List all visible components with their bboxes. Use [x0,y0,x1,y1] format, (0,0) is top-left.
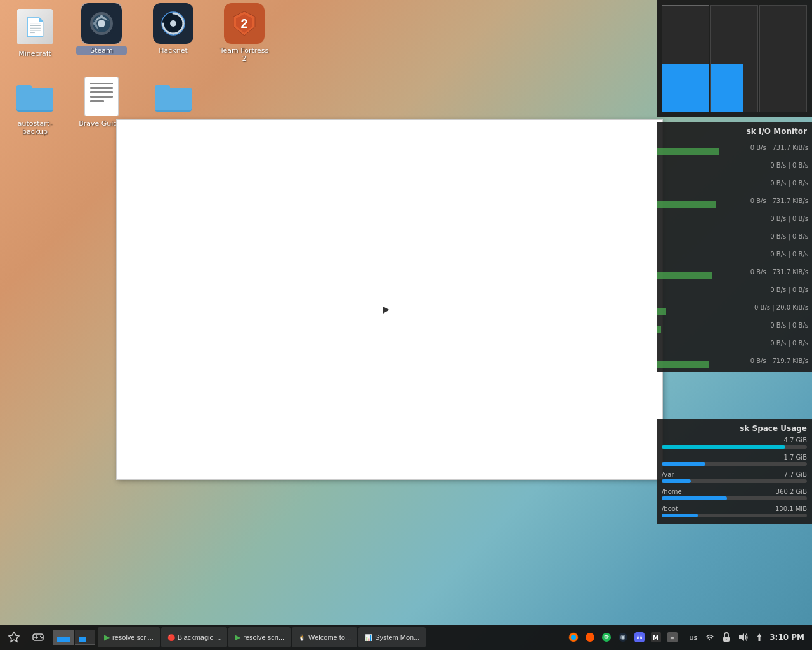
taskbar-window-blackmagic-label: Blackmagic ... [178,633,221,641]
io-value-10: 0 B/s | 20.0 KiB/s [754,304,808,311]
disk-io-monitor: sk I/O Monitor 0 B/s | 731.7 KiB/s 0 B/s… [657,122,812,372]
taskbar-window-resolve-1-label: resolve scri... [112,633,154,641]
io-value-5: 0 B/s | 0 B/s [770,215,808,222]
svg-point-19 [40,636,41,637]
io-row-12: 0 B/s | 0 B/s [657,334,812,352]
svg-rect-27 [634,632,645,642]
svg-point-26 [622,636,624,639]
svg-text:2: 2 [240,17,247,30]
taskbar-tray: M ≡ us [567,631,809,644]
workspace-1[interactable] [662,5,709,112]
tray-lang[interactable]: us [687,632,700,643]
tray-separator [683,631,683,644]
tray-discord-icon[interactable] [633,631,646,644]
io-value-8: 0 B/s | 731.7 KiB/s [750,269,808,275]
tray-spotify-icon[interactable] [600,631,613,644]
tray-mb-icon[interactable]: M [650,631,662,644]
desktop: 📄 Minecraft Steam [0,0,812,650]
io-value-11: 0 B/s | 0 B/s [770,322,808,329]
ws-taskbar-btn-2[interactable] [75,630,95,645]
space-mount-boot: /boot [662,505,678,512]
io-value-3: 0 B/s | 0 B/s [770,180,808,187]
tray-volume-icon[interactable] [737,631,749,644]
io-row-2: 0 B/s | 0 B/s [657,156,812,174]
svg-point-6 [170,20,176,27]
desktop-icon-tf2[interactable]: 2 Team Fortress 2 [219,3,270,63]
io-row-11: 0 B/s | 0 B/s [657,316,812,334]
io-value-9: 0 B/s | 0 B/s [770,286,808,293]
svg-text:M: M [653,635,658,641]
io-row-4: 0 B/s | 731.7 KiB/s [657,192,812,209]
svg-rect-14 [155,88,192,110]
io-row-3: 0 B/s | 0 B/s [657,174,812,192]
svg-point-20 [41,637,43,639]
workspace-2[interactable] [710,5,758,112]
svg-point-29 [640,637,642,639]
space-mount-home: /home [662,488,682,495]
svg-marker-15 [9,632,19,642]
desktop-icon-unnamed-folder[interactable] [148,76,199,119]
io-value-12: 0 B/s | 0 B/s [770,340,808,347]
desktop-icon-autostart-backup[interactable]: autostart-backup [10,76,60,136]
taskbar-left-apps [3,626,95,649]
io-value-1: 0 B/s | 731.7 KiB/s [750,144,808,151]
svg-point-34 [709,639,710,640]
io-value-4: 0 B/s | 731.7 KiB/s [750,197,808,204]
taskbar-window-blackmagic[interactable]: 🔴 Blackmagic ... [161,627,227,647]
taskbar-windows: ▶ resolve scri... 🔴 Blackmagic ... ▶ res… [98,627,426,647]
disk-space-title: sk Space Usage [657,421,812,435]
svg-point-22 [571,635,576,640]
ws-taskbar-btn-1[interactable] [53,630,74,645]
disk-io-title: sk I/O Monitor [657,124,812,138]
svg-point-36 [726,639,727,640]
tray-lock-icon[interactable] [720,631,733,644]
taskbar-window-resolve-1[interactable]: ▶ resolve scri... [98,627,160,647]
space-size-home: 360.2 GiB [776,488,807,495]
desktop-icon-tf2-label: Team Fortress 2 [219,46,270,63]
space-size-var: 7.7 GiB [784,471,807,478]
tray-steam-icon[interactable] [617,631,629,644]
desktop-icon-steam[interactable]: Steam [76,3,127,55]
tray-battery-icon[interactable] [753,631,766,644]
tray-app-icon[interactable] [584,631,596,644]
io-row-10: 0 B/s | 20.0 KiB/s [657,298,812,316]
io-value-6: 0 B/s | 0 B/s [770,233,808,240]
taskbar-system-icon[interactable] [3,626,25,649]
io-value-7: 0 B/s | 0 B/s [770,251,808,258]
space-row-var: /var 7.7 GiB [657,470,812,487]
space-size-boot: 130.1 MiB [775,505,807,512]
tray-network-icon[interactable] [704,631,716,644]
space-row-root: 4.7 GiB [657,435,812,453]
taskbar-window-welcome-label: Welcome to... [308,633,351,641]
blank-window [116,119,663,480]
taskbar-game-icon[interactable] [27,626,49,649]
tray-firefox-icon[interactable] [567,631,580,644]
space-mount-var: /var [662,471,674,478]
io-row-1: 0 B/s | 731.7 KiB/s [657,138,812,156]
taskbar-window-sysmon[interactable]: 📊 System Mon... [358,627,426,647]
svg-point-28 [637,637,639,639]
taskbar-window-resolve-2-label: resolve scri... [243,633,284,641]
taskbar: ▶ resolve scri... 🔴 Blackmagic ... ▶ res… [0,625,812,650]
desktop-icon-hacknet[interactable]: Hacknet [148,3,199,55]
io-row-7: 0 B/s | 0 B/s [657,245,812,263]
workspace-3[interactable] [759,5,807,112]
space-size-1: 4.7 GiB [784,437,807,444]
desktop-icon-hacknet-label: Hacknet [148,46,199,55]
taskbar-window-resolve-2[interactable]: ▶ resolve scri... [228,627,291,647]
io-value-2: 0 B/s | 0 B/s [770,162,808,169]
desktop-icon-steam-label: Steam [76,46,127,55]
io-row-9: 0 B/s | 0 B/s [657,281,812,298]
taskbar-time[interactable]: 3:10 PM [769,633,804,642]
io-row-13: 0 B/s | 719.7 KiB/s [657,352,812,369]
svg-point-3 [98,20,105,27]
space-row-home: /home 360.2 GiB [657,487,812,504]
io-row-8: 0 B/s | 731.7 KiB/s [657,263,812,281]
space-row-boot: /boot 130.1 MiB [657,504,812,521]
desktop-icon-minecraft[interactable]: 📄 Minecraft [10,6,60,58]
tray-extra-icon[interactable]: ≡ [666,631,679,644]
svg-rect-11 [16,88,53,110]
workspace-switcher[interactable] [657,0,812,117]
taskbar-window-welcome[interactable]: 🐧 Welcome to... [292,627,357,647]
disk-space-monitor: sk Space Usage 4.7 GiB 1.7 GiB /var 7.7 … [657,419,812,524]
